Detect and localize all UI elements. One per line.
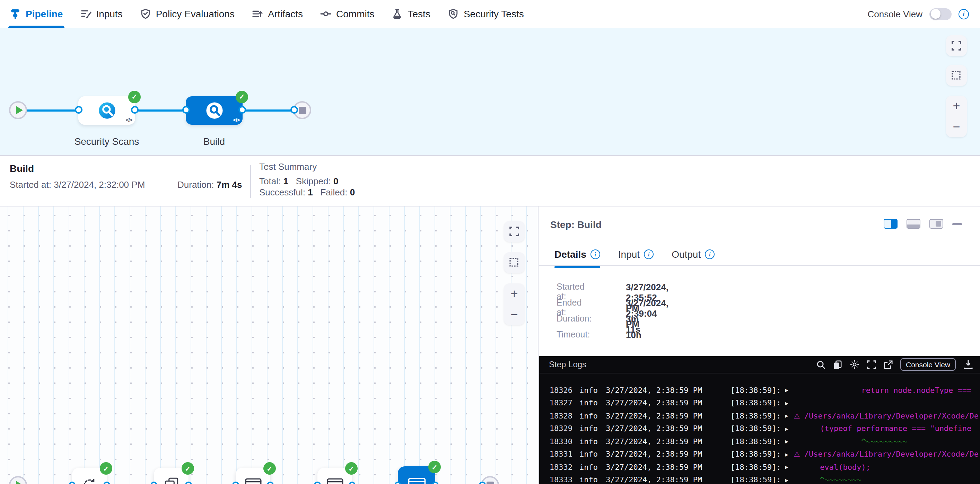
commit-icon <box>320 8 331 19</box>
link-port <box>103 482 110 484</box>
step-logs-body[interactable]: 18326 info 3/27/2024, 2:38:59 PM [18:38:… <box>539 373 980 484</box>
log-expand-caret[interactable]: ▸ <box>785 387 788 394</box>
step-panel-tabs: Details i Input i Output i <box>554 243 980 266</box>
layout-drawer-icon[interactable] <box>929 219 943 229</box>
fullscreen-button[interactable] <box>504 221 525 242</box>
fullscreen-button[interactable] <box>946 35 967 56</box>
log-row: 18329 info 3/27/2024, 2:38:59 PM [18:38:… <box>539 422 980 435</box>
marquee-select-button[interactable] <box>504 252 525 273</box>
fullscreen-icon <box>509 227 519 236</box>
tab-details[interactable]: Details i <box>554 243 600 266</box>
log-message: ^~~~~~~~~~ <box>792 437 907 446</box>
step-node-initialize[interactable]: ✓ </> <box>72 468 107 484</box>
download-icon[interactable] <box>963 360 973 369</box>
log-level: info <box>579 463 600 472</box>
log-expand-caret[interactable]: ▸ <box>785 425 788 432</box>
log-line-number: 18326 <box>539 386 573 395</box>
zoom-out-button[interactable]: − <box>946 116 967 137</box>
link-port <box>75 106 83 113</box>
test-summary-row-2: Successful: 1 Failed: 0 <box>259 187 355 197</box>
stage-label[interactable]: Build <box>204 136 225 147</box>
step-node-build[interactable]: ✓ </> <box>398 467 435 484</box>
log-row: 18328 info 3/27/2024, 2:38:59 PM [18:38:… <box>539 409 980 422</box>
fullscreen-icon[interactable] <box>867 360 876 369</box>
play-icon <box>16 106 22 114</box>
marquee-select-icon <box>951 71 961 80</box>
tab-inputs[interactable]: Inputs <box>80 0 123 28</box>
log-time: [18:38:59]: <box>730 399 781 408</box>
tabs-divider <box>539 265 980 266</box>
log-message: return node.nodeType === <box>792 386 972 395</box>
tab-commits[interactable]: Commits <box>320 0 374 28</box>
log-expand-caret[interactable]: ▸ <box>785 477 788 484</box>
log-message: /Users/anka/Library/Developer/Xcode/De <box>804 450 978 459</box>
tab-output[interactable]: Output i <box>671 243 714 266</box>
minimize-panel-icon[interactable] <box>952 223 962 225</box>
pipeline-start-node[interactable] <box>9 101 27 119</box>
stage-link <box>242 109 294 111</box>
tab-artifacts[interactable]: Artifacts <box>252 0 303 28</box>
tab-label: Details <box>554 249 586 260</box>
log-date: 3/27/2024, 2:38:59 PM <box>606 386 715 395</box>
layout-split-right-icon[interactable] <box>884 219 897 229</box>
duration: Duration: 7m 4s <box>177 179 242 190</box>
stage-summary-bar: Build Started at: 3/27/2024, 2:32:00 PM … <box>0 155 980 206</box>
stage-label[interactable]: Security Scans <box>75 136 139 147</box>
started-at: Started at: 3/27/2024, 2:32:00 PM <box>10 179 145 190</box>
play-icon <box>16 481 22 484</box>
stage-node-security-scans[interactable]: ✓ </> <box>78 96 135 124</box>
tab-policy-evaluations[interactable]: Policy Evaluations <box>140 0 235 28</box>
zoom-controls: + − <box>946 96 967 137</box>
info-icon[interactable]: i <box>705 249 714 259</box>
artifacts-icon <box>252 8 263 19</box>
step-logs-toolbar: Step Logs Console View <box>539 356 980 373</box>
tab-input[interactable]: Input i <box>618 243 654 266</box>
log-expand-caret[interactable]: ▸ <box>785 464 788 471</box>
stage-node-build[interactable]: ✓ </> <box>186 96 243 124</box>
link-port <box>432 482 439 484</box>
gear-icon[interactable] <box>850 360 859 369</box>
layout-bottom-icon[interactable] <box>907 219 920 229</box>
execution-tabs: Pipeline Inputs Policy Evaluations Artif… <box>10 0 524 28</box>
zoom-in-button[interactable]: + <box>504 283 525 304</box>
log-expand-caret[interactable]: ▸ <box>785 413 788 420</box>
log-time: [18:38:59]: <box>730 476 781 484</box>
info-icon[interactable]: i <box>959 9 969 19</box>
console-view-toggle[interactable] <box>929 8 951 20</box>
logs-actions: Console View <box>816 358 973 371</box>
code-glyph: </> <box>233 117 239 123</box>
log-line-number: 18331 <box>539 450 573 459</box>
tab-tests[interactable]: Tests <box>392 0 430 28</box>
log-expand-caret[interactable]: ▸ <box>785 438 788 445</box>
tab-pipeline[interactable]: Pipeline <box>10 0 63 28</box>
zoom-out-button[interactable]: − <box>504 304 525 325</box>
link-port <box>182 106 190 113</box>
tab-label: Commits <box>336 8 374 19</box>
tab-security-tests[interactable]: Security Tests <box>448 0 524 28</box>
steps-start-node[interactable] <box>9 476 27 484</box>
log-line-number: 18333 <box>539 476 573 484</box>
test-summary-title: Test Summary <box>259 162 317 172</box>
step-graph-canvas[interactable]: ✓ </> ✓ </> ✓ </> ✓ </> <box>0 206 539 484</box>
log-time: [18:38:59]: <box>730 450 781 459</box>
marquee-select-button[interactable] <box>946 65 967 86</box>
step-node-clone-codebase[interactable]: ✓ </> <box>154 468 189 484</box>
step-node-run-npm-tests[interactable]: ✓ </> <box>235 468 270 484</box>
search-icon[interactable] <box>816 360 826 369</box>
shield-search-icon <box>448 8 459 19</box>
flask-icon <box>392 8 403 19</box>
log-expand-caret[interactable]: ▸ <box>785 400 788 407</box>
log-line-number: 18329 <box>539 424 573 433</box>
console-view-button[interactable]: Console View <box>900 358 956 371</box>
zoom-in-button[interactable]: + <box>946 96 967 116</box>
external-link-icon[interactable] <box>884 360 892 369</box>
log-expand-caret[interactable]: ▸ <box>785 451 788 458</box>
stage-graph-canvas[interactable]: ✓ </> ✓ </> Security Scans Build + − <box>0 28 980 155</box>
link-port <box>131 106 138 113</box>
copy-icon[interactable] <box>833 360 842 369</box>
step-node-install-build-dependencies[interactable]: ✓ </> <box>317 468 352 484</box>
log-level: info <box>579 476 600 484</box>
log-date: 3/27/2024, 2:38:59 PM <box>606 476 715 484</box>
info-icon[interactable]: i <box>590 249 600 259</box>
info-icon[interactable]: i <box>644 249 654 259</box>
